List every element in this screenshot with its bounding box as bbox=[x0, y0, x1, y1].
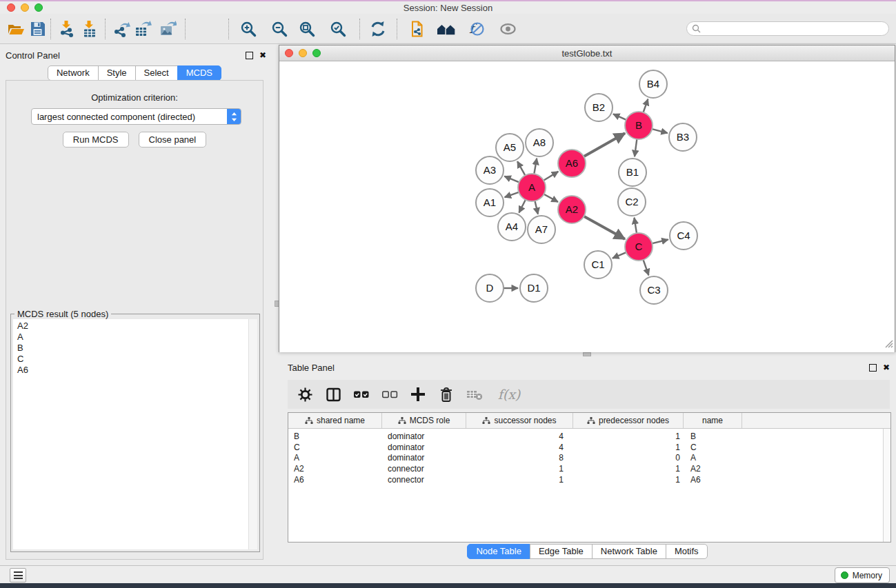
graph-edge-C-C3[interactable] bbox=[643, 258, 649, 275]
table-cell[interactable]: 1 bbox=[573, 443, 684, 454]
graph-edge-A-A4[interactable] bbox=[519, 199, 526, 213]
table-cell[interactable]: 1 bbox=[466, 475, 573, 486]
table-cell[interactable]: dominator bbox=[382, 432, 466, 443]
graph-edge-B-B3[interactable] bbox=[650, 129, 667, 134]
table-cell[interactable]: 1 bbox=[573, 475, 684, 486]
zoom-selected-icon[interactable] bbox=[328, 18, 348, 40]
table-cell[interactable]: dominator bbox=[382, 443, 466, 454]
table-cell[interactable]: 0 bbox=[573, 453, 684, 464]
table-row[interactable]: Bdominator41B bbox=[288, 432, 883, 443]
import-table-icon[interactable] bbox=[79, 18, 100, 40]
home-icon[interactable] bbox=[436, 18, 457, 40]
float-table-panel-icon[interactable] bbox=[869, 364, 877, 372]
table-row[interactable]: A2connector11A2 bbox=[288, 464, 883, 475]
table-cell[interactable]: dominator bbox=[382, 453, 466, 464]
graph-edge-A-A5[interactable] bbox=[517, 161, 526, 176]
export-network-icon[interactable] bbox=[111, 18, 132, 40]
tab-edge-table[interactable]: Edge Table bbox=[530, 544, 593, 559]
add-column-icon[interactable] bbox=[409, 385, 427, 403]
horizontal-splitter-handle[interactable] bbox=[583, 352, 591, 356]
column-header-successor-nodes[interactable]: successor nodes bbox=[466, 413, 573, 428]
graph-edge-B-B1[interactable] bbox=[635, 138, 637, 156]
mcds-result-item[interactable]: A bbox=[17, 332, 248, 343]
table-cell[interactable]: connector bbox=[382, 464, 466, 475]
tab-network-table[interactable]: Network Table bbox=[592, 544, 666, 559]
tab-style[interactable]: Style bbox=[98, 65, 136, 81]
zoom-out-icon[interactable] bbox=[269, 18, 290, 40]
resize-grip-icon[interactable] bbox=[884, 338, 893, 351]
tab-node-table[interactable]: Node Table bbox=[467, 544, 530, 559]
tab-select[interactable]: Select bbox=[135, 65, 178, 81]
table-cell[interactable]: A2 bbox=[684, 464, 742, 475]
close-table-panel-icon[interactable]: ✖ bbox=[883, 364, 890, 371]
select-all-icon[interactable] bbox=[352, 385, 370, 403]
apply-layout-icon[interactable] bbox=[368, 18, 388, 40]
deselect-all-icon[interactable] bbox=[381, 385, 399, 403]
graph-edge-B-B4[interactable] bbox=[643, 99, 648, 114]
column-header-mcds-role[interactable]: MCDS role bbox=[382, 413, 466, 428]
table-cell[interactable]: A bbox=[684, 453, 742, 464]
graph-edge-C-C4[interactable] bbox=[651, 240, 668, 244]
graph-edge-A-A7[interactable] bbox=[535, 200, 538, 214]
tab-network[interactable]: Network bbox=[48, 65, 99, 81]
search-input[interactable] bbox=[701, 23, 888, 34]
graph-edge-A-A2[interactable] bbox=[543, 194, 558, 202]
column-header-predecessor-nodes[interactable]: predecessor nodes bbox=[573, 413, 684, 428]
export-table-icon[interactable] bbox=[132, 18, 153, 40]
table-scrollbar[interactable] bbox=[883, 429, 890, 542]
graph-edge-A6-B[interactable] bbox=[583, 133, 625, 157]
table-cell[interactable]: 1 bbox=[466, 464, 573, 475]
column-header-name[interactable]: name bbox=[684, 413, 742, 428]
graph-edge-C-C2[interactable] bbox=[635, 218, 637, 235]
graph-edge-A-A8[interactable] bbox=[534, 159, 537, 176]
table-row[interactable]: Cdominator41C bbox=[288, 443, 883, 454]
table-cell[interactable]: 4 bbox=[466, 443, 573, 454]
export-image-icon[interactable] bbox=[157, 18, 178, 40]
save-icon[interactable] bbox=[28, 18, 48, 40]
graph-edge-A-A6[interactable] bbox=[542, 172, 558, 181]
float-panel-icon[interactable] bbox=[246, 52, 253, 59]
table-cell[interactable]: A bbox=[288, 453, 382, 464]
table-row[interactable]: A6connector11A6 bbox=[288, 475, 883, 486]
table-cell[interactable]: connector bbox=[382, 475, 466, 486]
zoom-in-icon[interactable] bbox=[238, 18, 259, 40]
task-history-button[interactable] bbox=[10, 568, 26, 582]
graph-edge-A-A3[interactable] bbox=[504, 176, 520, 183]
column-settings-icon[interactable] bbox=[296, 385, 314, 403]
table-cell[interactable]: C bbox=[288, 443, 382, 454]
table-row[interactable]: Adominator80A bbox=[288, 453, 883, 464]
run-mcds-button[interactable]: Run MCDS bbox=[63, 132, 129, 148]
table-cell[interactable]: B bbox=[288, 432, 382, 443]
zoom-fit-icon[interactable] bbox=[297, 18, 317, 40]
table-cell[interactable]: A2 bbox=[288, 464, 382, 475]
function-builder-icon[interactable]: f bbox=[466, 18, 486, 40]
mcds-result-item[interactable]: A2 bbox=[17, 321, 248, 332]
graph-edge-B-B2[interactable] bbox=[613, 114, 628, 120]
optimization-criterion-select[interactable]: largest connected component (directed) bbox=[31, 108, 241, 125]
close-panel-button[interactable]: Close panel bbox=[139, 132, 207, 148]
memory-button[interactable]: Memory bbox=[835, 567, 890, 583]
graph-edge-A-A1[interactable] bbox=[505, 192, 521, 197]
table-cell[interactable]: 1 bbox=[573, 432, 684, 443]
import-network-icon[interactable] bbox=[57, 18, 77, 40]
mcds-result-item[interactable]: B bbox=[17, 343, 248, 354]
column-header-shared-name[interactable]: shared name bbox=[288, 413, 382, 428]
mcds-result-item[interactable]: C bbox=[17, 354, 248, 365]
table-cell[interactable]: 8 bbox=[466, 453, 573, 464]
mcds-result-item[interactable]: A6 bbox=[17, 365, 248, 376]
delete-selected-icon[interactable] bbox=[437, 385, 455, 403]
mcds-list-scrollbar[interactable] bbox=[248, 319, 257, 549]
table-cell[interactable]: 4 bbox=[466, 432, 573, 443]
search-box[interactable] bbox=[686, 21, 889, 36]
table-cell[interactable]: 1 bbox=[573, 464, 684, 475]
network-canvas[interactable]: AA1A2A3A4A5A6A7A8BB1B2B3B4CC1C2C3C4DD1 bbox=[279, 61, 895, 352]
table-cell[interactable]: A6 bbox=[684, 475, 742, 486]
table-cell[interactable]: B bbox=[684, 432, 742, 443]
graph-edge-A2-C[interactable] bbox=[583, 216, 625, 239]
open-icon[interactable] bbox=[6, 18, 26, 40]
duplicate-network-icon[interactable] bbox=[407, 18, 428, 40]
table-cell[interactable]: A6 bbox=[288, 475, 382, 486]
table-cell[interactable]: C bbox=[684, 443, 742, 454]
tab-motifs[interactable]: Motifs bbox=[666, 544, 708, 559]
split-view-icon[interactable] bbox=[324, 385, 342, 403]
